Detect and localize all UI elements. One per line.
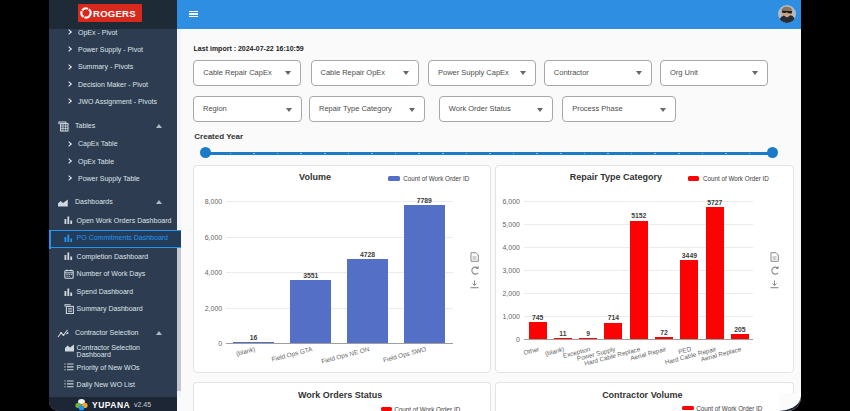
svg-text:ROGERS: ROGERS (93, 8, 136, 19)
